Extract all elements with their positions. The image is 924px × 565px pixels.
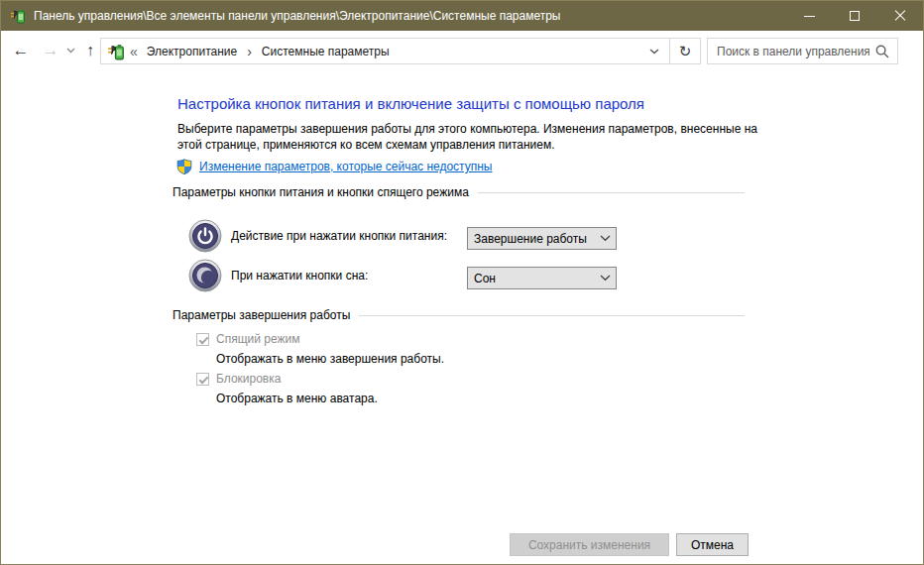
window-title: Панель управления\Все элементы панели уп… bbox=[34, 9, 560, 23]
power-options-icon bbox=[107, 43, 125, 60]
lock-checkbox bbox=[196, 373, 209, 386]
maximize-icon bbox=[850, 11, 860, 21]
change-unavailable-settings-link[interactable]: Изменение параметров, которые сейчас нед… bbox=[199, 160, 493, 173]
close-icon bbox=[894, 10, 906, 22]
chevron-down-icon bbox=[66, 48, 75, 54]
intro-text: Выберите параметры завершения работы для… bbox=[177, 121, 777, 153]
cancel-button[interactable]: Отмена bbox=[676, 533, 749, 556]
sleep-mode-checkbox-row: Спящий режим bbox=[196, 332, 299, 346]
titlebar: Панель управления\Все элементы панели уп… bbox=[1, 1, 923, 31]
window-controls bbox=[786, 1, 923, 31]
section-shutdown-settings-title: Параметры завершения работы bbox=[173, 308, 350, 322]
divider bbox=[359, 315, 745, 316]
control-panel-window: Панель управления\Все элементы панели уп… bbox=[0, 0, 924, 565]
forward-button: → bbox=[37, 31, 64, 70]
sleep-mode-description: Отображать в меню завершения работы. bbox=[216, 352, 444, 366]
save-changes-button: Сохранить изменения bbox=[510, 533, 669, 556]
close-button[interactable] bbox=[877, 1, 923, 31]
refresh-button[interactable]: ↻ bbox=[670, 38, 701, 64]
chevron-down-icon bbox=[649, 49, 659, 55]
admin-link-row: Изменение параметров, которые сейчас нед… bbox=[176, 159, 493, 174]
sleep-button-action-select[interactable]: Сон bbox=[467, 267, 617, 289]
breadcrumb-item-system-settings[interactable]: Системные параметры bbox=[260, 45, 392, 58]
history-dropdown-button[interactable] bbox=[62, 31, 78, 70]
power-button-icon bbox=[188, 219, 222, 253]
up-button[interactable]: ↑ bbox=[78, 31, 102, 70]
sleep-mode-checkbox bbox=[196, 333, 209, 346]
section-shutdown-settings: Параметры завершения работы bbox=[173, 308, 745, 322]
lock-label: Блокировка bbox=[216, 372, 281, 386]
sleep-button-action-label: При нажатии кнопки сна: bbox=[231, 269, 368, 282]
address-dropdown-button[interactable] bbox=[639, 39, 669, 63]
divider bbox=[478, 192, 745, 193]
maximize-button[interactable] bbox=[832, 1, 877, 31]
power-button-action-select[interactable]: Завершение работы bbox=[467, 227, 617, 250]
chevron-down-icon bbox=[594, 235, 616, 242]
sleep-button-icon bbox=[188, 259, 222, 292]
chevron-down-icon bbox=[594, 275, 616, 282]
navigation-bar: ← → ↑ « Электропитание › Системные парам… bbox=[1, 31, 923, 70]
page-title: Настройка кнопок питания и включение защ… bbox=[177, 95, 644, 112]
section-power-buttons-title: Параметры кнопки питания и кнопки спящег… bbox=[173, 185, 469, 199]
back-button[interactable]: ← bbox=[7, 31, 35, 70]
breadcrumb-item-power-options[interactable]: Электропитание bbox=[145, 45, 239, 58]
section-power-buttons: Параметры кнопки питания и кнопки спящег… bbox=[173, 185, 745, 199]
address-bar[interactable]: « Электропитание › Системные параметры bbox=[100, 38, 670, 64]
uac-shield-icon bbox=[176, 159, 192, 174]
lock-checkbox-row: Блокировка bbox=[196, 372, 281, 386]
power-options-app-icon bbox=[10, 8, 26, 24]
breadcrumb-separator-icon[interactable]: › bbox=[239, 44, 260, 59]
sleep-button-action-value: Сон bbox=[468, 272, 594, 285]
sleep-mode-label: Спящий режим bbox=[216, 332, 299, 346]
breadcrumb-overflow-chevrons[interactable]: « bbox=[130, 44, 138, 59]
power-button-action-label: Действие при нажатии кнопки питания: bbox=[231, 229, 447, 243]
lock-description: Отображать в меню аватара. bbox=[216, 392, 378, 405]
search-input[interactable] bbox=[708, 45, 873, 58]
minimize-button[interactable] bbox=[786, 1, 832, 31]
search-box[interactable] bbox=[707, 38, 898, 64]
search-icon[interactable] bbox=[875, 45, 889, 58]
power-button-action-value: Завершение работы bbox=[468, 232, 594, 246]
minimize-icon bbox=[804, 16, 815, 17]
